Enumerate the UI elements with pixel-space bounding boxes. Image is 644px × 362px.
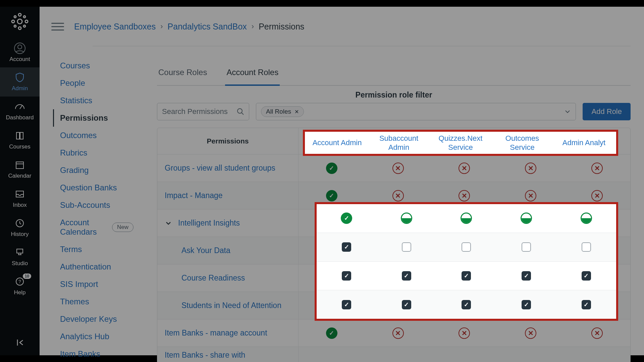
book-icon [13,129,26,142]
role-chip-all[interactable]: All Roles ✕ [261,106,304,117]
ctxnav-outcomes[interactable]: Outcomes [53,127,133,144]
nav-inbox[interactable]: Inbox [0,184,40,213]
perm-cell[interactable]: ✕ [431,190,498,201]
ctxnav-sis-import[interactable]: SIS Import [53,276,133,293]
perm-cell[interactable]: ✕ [564,327,630,339]
perm-cell[interactable]: ✓ [496,271,556,281]
perm-cell[interactable]: ✓ [377,300,437,309]
perm-cell[interactable]: ✕ [365,190,431,201]
perm-cell[interactable]: ✓ [299,327,365,339]
role-header-subaccount-admin[interactable]: Subaccount Admin [365,133,431,149]
ctxnav-themes[interactable]: Themes [53,293,133,310]
role-header-outcomes-service[interactable]: Outcomes Service [497,133,564,149]
table-row: Item Banks - share with [157,347,630,362]
add-role-button[interactable]: Add Role [583,103,631,120]
context-nav: Courses People Statistics Permissions Ou… [40,57,133,362]
perm-cell[interactable] [496,242,556,252]
ctxnav-people[interactable]: People [53,74,133,92]
perm-cell[interactable] [556,213,616,224]
perm-cell[interactable]: ✕ [497,163,564,174]
svg-line-11 [20,106,22,109]
ctxnav-account-calendars[interactable]: Account Calendars New [53,214,133,241]
nav-admin[interactable]: Admin [0,67,40,97]
perm-students-in-need[interactable]: Students in Need of Attention [157,301,298,310]
perm-cell[interactable]: ✕ [365,327,431,339]
perm-cell[interactable]: ✕ [497,190,564,201]
svg-point-3 [12,20,14,23]
perm-cell[interactable]: ✕ [564,163,630,174]
ctxnav-rubrics[interactable]: Rubrics [53,144,133,162]
perm-cell[interactable]: ✓ [496,300,556,309]
nav-help[interactable]: ? 10 Help [0,272,40,301]
perm-cell[interactable] [496,213,556,224]
search-permissions-input[interactable]: Search Permissions [157,103,249,120]
perm-cell[interactable]: ✓ [556,300,616,309]
breadcrumb-current: Permissions [259,22,304,32]
tab-course-roles[interactable]: Course Roles [157,64,208,86]
breadcrumb-link-1[interactable]: Employee Sandboxes [74,22,156,32]
ctxnav-item-banks[interactable]: Item Banks [53,345,133,362]
perm-itembanks-manage[interactable]: Item Banks - manage account [157,328,298,338]
nav-account[interactable]: Account [0,38,40,67]
highlight-insights-cells: ✓ ✓ ✓ ✓ ✓ ✓ ✓ ✓ ✓ [315,202,618,321]
ctxnav-grading[interactable]: Grading [53,162,133,179]
perm-cell[interactable]: ✕ [564,190,630,201]
svg-line-20 [241,113,244,115]
perm-cell[interactable]: ✓ [317,271,377,281]
perm-cell[interactable] [377,213,437,224]
svg-point-4 [25,20,28,23]
perm-cell[interactable] [556,242,616,252]
perm-cell[interactable]: ✓ [317,242,377,252]
ctxnav-terms[interactable]: Terms [53,241,133,258]
perm-cell[interactable] [377,242,437,252]
perm-intelligent-insights[interactable]: Intelligent Insights [157,219,298,228]
hamburger-button[interactable] [51,20,64,33]
perm-itembanks-share[interactable]: Item Banks - share with [157,351,298,360]
close-icon[interactable]: ✕ [294,109,299,115]
nav-history[interactable]: History [0,213,40,242]
role-header-admin-analyt[interactable]: Admin Analyt [564,133,630,149]
ctxnav-courses[interactable]: Courses [53,57,133,74]
svg-point-1 [18,13,21,16]
search-icon [237,108,244,115]
perm-impact[interactable]: Impact - Manage [157,191,298,200]
deny-icon: ✕ [392,163,404,174]
ctxnav-permissions[interactable]: Permissions [53,109,133,127]
nav-history-label: History [11,231,29,238]
perm-cell[interactable] [436,213,496,224]
nav-dashboard[interactable]: Dashboard [0,97,40,126]
perm-cell[interactable]: ✓ [436,300,496,309]
role-header-quizzes-next[interactable]: Quizzes.Next Service [431,133,498,149]
perm-ask-your-data[interactable]: Ask Your Data [157,246,298,255]
ctxnav-statistics[interactable]: Statistics [53,92,133,109]
nav-studio[interactable]: Studio [0,242,40,272]
perm-cell[interactable]: ✕ [365,163,431,174]
perm-cell[interactable]: ✕ [497,327,564,339]
ctxnav-developer-keys[interactable]: Developer Keys [53,310,133,328]
svg-point-8 [23,25,25,27]
role-filter-select[interactable]: All Roles ✕ [256,103,576,120]
perm-cell[interactable] [436,242,496,252]
perm-groups[interactable]: Groups - view all student groups [157,164,298,173]
nav-calendar[interactable]: Calendar [0,155,40,184]
perm-cell[interactable]: ✓ [299,190,365,201]
tab-account-roles[interactable]: Account Roles [225,64,280,86]
nav-courses[interactable]: Courses [0,126,40,155]
perm-cell[interactable]: ✕ [431,163,498,174]
ctxnav-analytics-hub[interactable]: Analytics Hub [53,328,133,345]
perm-cell[interactable]: ✓ [317,300,377,309]
perm-cell[interactable]: ✓ [299,163,365,174]
perm-cell[interactable]: ✕ [431,327,498,339]
collapse-nav-button[interactable] [13,336,26,349]
ctxnav-authentication[interactable]: Authentication [53,258,133,276]
ctxnav-question-banks[interactable]: Question Banks [53,179,133,196]
perm-course-readiness[interactable]: Course Readiness [157,274,298,283]
perm-cell[interactable]: ✓ [556,271,616,281]
role-header-account-admin[interactable]: Account Admin [299,133,365,149]
perm-cell[interactable]: ✓ [317,213,377,224]
breadcrumb-link-2[interactable]: Pandalytics SandBox [168,22,247,32]
ctxnav-subaccounts[interactable]: Sub-Accounts [53,196,133,214]
perm-cell[interactable]: ✓ [436,271,496,281]
perm-cell[interactable]: ✓ [377,271,437,281]
deny-icon: ✕ [525,190,536,201]
